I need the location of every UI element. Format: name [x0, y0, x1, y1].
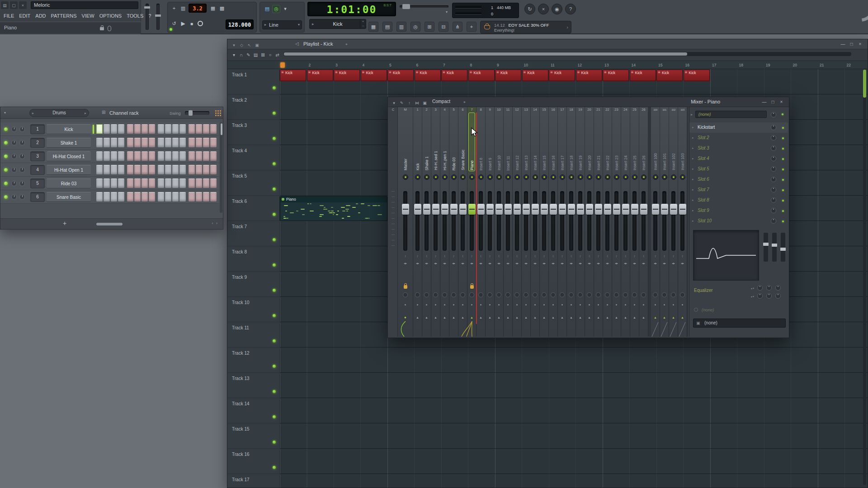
strip-fader[interactable] [651, 182, 660, 253]
route-arrow-icon[interactable]: ▲ [504, 314, 512, 322]
stereo-sep-icon[interactable]: ↕ [558, 253, 566, 260]
stereo-sep-icon[interactable]: ↕ [422, 253, 431, 260]
preset-knob[interactable] [771, 112, 776, 117]
channel-name-button[interactable]: Shake 1 [47, 138, 91, 148]
balance-icon[interactable]: ◂▸ [476, 260, 485, 267]
balance-icon[interactable]: ◂▸ [522, 260, 530, 267]
balance-icon[interactable]: ◂▸ [486, 260, 494, 267]
step-cell[interactable] [96, 165, 103, 174]
step-cell[interactable] [165, 178, 171, 188]
rack-scroll-arrows[interactable]: ‹ › [212, 221, 219, 225]
step-cell[interactable] [142, 178, 148, 188]
pattern-clip-kick[interactable]: ≣Kick [630, 70, 656, 81]
snap-selector[interactable]: ▸ Line ▾ [262, 20, 302, 29]
wand-icon[interactable]: ⋔ [453, 22, 462, 32]
step-cell[interactable] [134, 178, 141, 188]
strip-send-knob[interactable] [476, 291, 485, 299]
strip-fader[interactable] [660, 182, 669, 253]
route-arrow-icon[interactable]: ▲ [585, 314, 594, 322]
strip-pan-knob[interactable] [495, 172, 503, 182]
track-header-16[interactable]: Track 16 [227, 449, 280, 474]
strip-send-knob[interactable] [639, 291, 648, 299]
strip-fader[interactable] [422, 182, 431, 253]
channel-number-button[interactable]: 2 [30, 138, 45, 148]
balance-icon[interactable]: ◂▸ [540, 260, 548, 267]
balance-icon[interactable]: ◂▸ [669, 260, 678, 267]
strip-fader[interactable] [513, 182, 521, 253]
channel-led[interactable] [4, 127, 8, 131]
step-cell[interactable] [189, 192, 195, 202]
pattern-clip-kick[interactable]: ≣Kick [387, 70, 414, 81]
mixer-slot-8[interactable]: ▸Slot 8 [689, 195, 788, 206]
step-cell[interactable] [158, 138, 164, 147]
step-cell[interactable] [203, 165, 209, 174]
menu-add[interactable]: ADD [35, 13, 46, 19]
step-cell[interactable] [127, 138, 133, 147]
slot-arrow-icon[interactable]: ▸ [692, 136, 694, 140]
strip-send-knob[interactable] [612, 291, 621, 299]
strip-send-knob[interactable] [495, 291, 503, 299]
channel-pan-knob[interactable] [11, 181, 17, 186]
pattern-clip-kick[interactable]: ≣Kick [522, 70, 548, 81]
step-cell[interactable] [172, 192, 179, 202]
mixer-titlebar[interactable]: ▾✎↑⋈▣ Compact ▸ Mixer - Piano — □ × [388, 97, 789, 107]
channel-volume-knob[interactable] [19, 154, 25, 159]
mixer-strip-16[interactable]: 16Insert 16↕◂▸▲ [549, 107, 558, 337]
mixer-strip-8[interactable]: 8Insert 8↕◂▸▲ [476, 107, 486, 337]
step-cell[interactable] [104, 165, 110, 174]
channel-led[interactable] [4, 141, 8, 145]
route-arrow-icon[interactable]: ▲ [458, 314, 467, 322]
strip-fader[interactable] [431, 182, 440, 253]
step-cell[interactable] [203, 138, 209, 147]
slot-mix-knob[interactable] [771, 156, 776, 161]
meter-icon[interactable]: ▥ [179, 5, 187, 13]
sale-chevron-icon[interactable]: › [566, 24, 568, 30]
stereo-sep-icon[interactable]: ↕ [476, 253, 485, 260]
strip-fader[interactable] [522, 182, 530, 253]
minimize-icon[interactable]: — [839, 41, 847, 47]
balance-icon[interactable]: ◂▸ [504, 260, 512, 267]
track-led[interactable] [273, 263, 276, 267]
step-cell[interactable] [210, 192, 217, 202]
strip-fader[interactable] [678, 182, 687, 253]
pattern-clip-kick[interactable]: ≣Kick [441, 70, 467, 81]
mixer-strip-5[interactable]: 5Ride 03↕◂▸▲ [449, 107, 458, 337]
link-icon[interactable]: ◎ [272, 5, 280, 13]
slot-arrow-icon[interactable]: ▸ [692, 198, 694, 202]
menu-help[interactable]: ? [148, 13, 151, 19]
route-arrow-icon[interactable]: ▲ [549, 314, 557, 322]
channel-name-button[interactable]: Hi-Hat Closed 1 [47, 151, 91, 161]
strip-pan-knob[interactable] [567, 172, 576, 182]
track-led[interactable] [273, 188, 276, 191]
pattern-clip-kick[interactable]: ≣Kick [684, 70, 710, 81]
step-cell[interactable] [149, 165, 155, 174]
step-cell[interactable] [165, 138, 171, 147]
track-header-14[interactable]: Track 14 [227, 398, 280, 423]
slot-mix-knob[interactable] [771, 218, 776, 224]
magnet-icon[interactable]: ∩ [238, 50, 245, 59]
strip-send-knob[interactable] [621, 291, 630, 299]
mixer-slot-5[interactable]: ▸Slot 5 [689, 164, 788, 174]
strip-send-knob[interactable] [449, 291, 458, 299]
track-led[interactable] [273, 339, 276, 343]
mixer-strip-24[interactable]: 24Insert 24↕◂▸▲ [621, 107, 630, 337]
mixer-strip-103[interactable]: 103Insert 103↕◂▸▲ [678, 107, 687, 337]
track-header-17[interactable]: Track 17 [227, 474, 280, 488]
strip-pan-knob[interactable] [476, 172, 485, 182]
menu-options[interactable]: OPTIONS [99, 13, 122, 19]
strip-send-knob[interactable] [594, 291, 603, 299]
strip-fader[interactable] [558, 182, 566, 253]
mixer-slot-4[interactable]: ▸Slot 4 [689, 154, 788, 164]
mixer-strip-26[interactable]: 26Insert 26↕◂▸▲ [639, 107, 648, 337]
eq-arrows-icon[interactable]: ▴▾ [751, 286, 755, 290]
stereo-sep-icon[interactable]: ↕ [660, 253, 669, 260]
strip-fader[interactable] [639, 182, 648, 253]
step-cell[interactable] [210, 151, 217, 161]
stereo-sep-icon[interactable]: ↕ [576, 253, 585, 260]
slot-led[interactable] [782, 210, 784, 212]
step-cell[interactable] [179, 192, 186, 202]
mixer-slot-3[interactable]: ▸Slot 3 [689, 143, 788, 154]
step-cell[interactable] [179, 151, 186, 161]
channel-number-button[interactable]: 6 [30, 192, 45, 202]
mixer-slot-6[interactable]: ▸Slot 6 [689, 174, 788, 185]
